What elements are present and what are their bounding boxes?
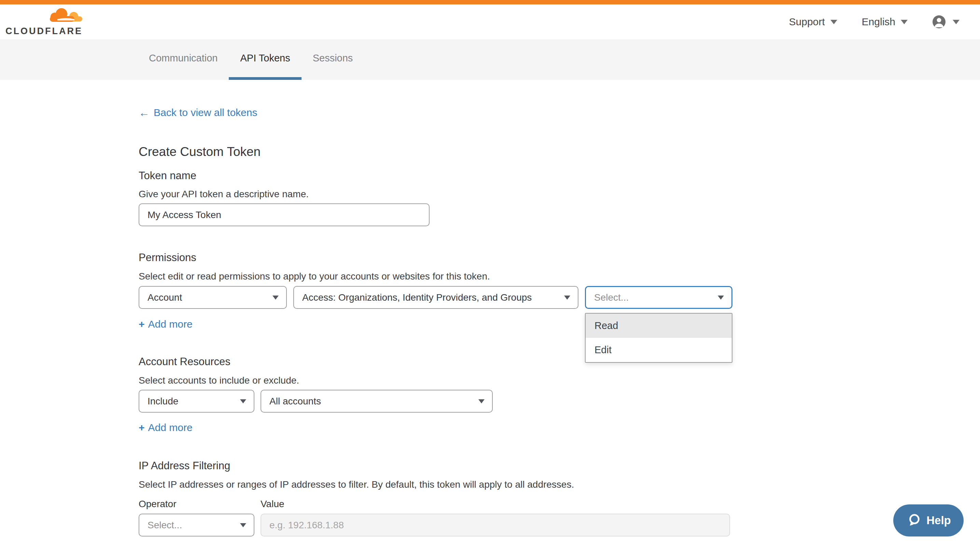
tab-bar: Communication API Tokens Sessions (0, 39, 980, 80)
permission-scope-value: Account (148, 292, 182, 303)
account-resources-add-more-link[interactable]: + Add more (138, 421, 192, 435)
account-mode-value: Include (148, 396, 178, 407)
support-label: Support (789, 16, 825, 28)
ip-filtering-heading: IP Address Filtering (138, 460, 980, 472)
caret-down-icon (718, 295, 724, 300)
accounts-dropdown[interactable]: All accounts (261, 390, 493, 412)
token-name-input[interactable] (138, 203, 430, 226)
caret-down-icon (564, 295, 570, 300)
account-resources-description: Select accounts to include or exclude. (138, 375, 980, 386)
caret-down-icon (830, 20, 837, 24)
tab-label: Sessions (313, 52, 353, 64)
permission-access-dropdown[interactable]: Select... (585, 286, 732, 309)
chat-bubble-icon (906, 512, 922, 528)
ip-filtering-labels: Operator Value (138, 498, 980, 510)
main-content: ← Back to view all tokens Create Custom … (0, 80, 980, 536)
tab-api-tokens[interactable]: API Tokens (229, 39, 301, 80)
token-name-description: Give your API token a descriptive name. (138, 189, 980, 200)
language-label: English (862, 16, 895, 28)
tab-label: Communication (149, 52, 218, 64)
header-right: Support English (789, 15, 959, 29)
ip-value-input[interactable] (261, 514, 730, 536)
caret-down-icon (240, 523, 246, 527)
menu-item-edit[interactable]: Edit (585, 338, 732, 362)
access-options-menu: Read Edit (585, 313, 732, 363)
back-to-tokens-link[interactable]: ← Back to view all tokens (138, 106, 257, 119)
caret-down-icon (953, 20, 959, 24)
cloudflare-wordmark: CLOUDFLARE (5, 26, 83, 36)
back-arrow-icon: ← (138, 106, 150, 119)
menu-item-read[interactable]: Read (585, 314, 732, 338)
operator-label: Operator (138, 498, 261, 510)
permission-resource-dropdown[interactable]: Access: Organizations, Identity Provider… (293, 286, 578, 309)
tab-communication[interactable]: Communication (138, 39, 229, 80)
help-button[interactable]: Help (893, 504, 964, 536)
permissions-add-more-link[interactable]: + Add more (138, 317, 192, 331)
language-menu[interactable]: English (862, 16, 908, 28)
add-more-label: Add more (148, 421, 192, 435)
top-accent-bar (0, 0, 980, 5)
caret-down-icon (901, 20, 908, 24)
permissions-description: Select edit or read permissions to apply… (138, 271, 980, 282)
ip-filtering-row: Select... (138, 514, 980, 536)
menu-item-label: Read (595, 320, 618, 331)
add-more-label: Add more (148, 317, 192, 331)
user-avatar-icon (932, 15, 946, 29)
page-title: Create Custom Token (138, 144, 980, 160)
cloudflare-logo[interactable]: CLOUDFLARE (10, 8, 83, 36)
cloudflare-cloud-icon (47, 8, 83, 25)
ip-operator-placeholder: Select... (148, 520, 182, 531)
account-menu[interactable] (932, 15, 959, 29)
token-name-heading: Token name (138, 170, 980, 182)
plus-icon: + (138, 317, 145, 331)
account-resources-heading: Account Resources (138, 355, 980, 368)
caret-down-icon (272, 295, 278, 300)
account-resources-row: Include All accounts (138, 390, 980, 412)
menu-item-label: Edit (595, 344, 612, 355)
caret-down-icon (478, 399, 485, 403)
accounts-value: All accounts (269, 396, 321, 407)
support-menu[interactable]: Support (789, 16, 837, 28)
account-mode-dropdown[interactable]: Include (138, 390, 255, 412)
help-button-label: Help (926, 514, 951, 527)
permissions-heading: Permissions (138, 252, 980, 264)
permission-resource-value: Access: Organizations, Identity Provider… (302, 292, 532, 303)
permissions-row: Account Access: Organizations, Identity … (138, 286, 980, 309)
value-label: Value (261, 498, 285, 510)
caret-down-icon (240, 399, 246, 403)
permission-scope-dropdown[interactable]: Account (138, 286, 287, 309)
permission-access-select-wrap: Select... Read Edit (585, 286, 732, 309)
back-link-label: Back to view all tokens (154, 106, 257, 119)
ip-filtering-description: Select IP addresses or ranges of IP addr… (138, 479, 980, 490)
ip-operator-dropdown[interactable]: Select... (138, 514, 255, 536)
tab-sessions[interactable]: Sessions (302, 39, 364, 80)
tab-label: API Tokens (240, 52, 290, 64)
permission-access-placeholder: Select... (594, 292, 628, 303)
plus-icon: + (138, 421, 145, 435)
header: CLOUDFLARE Support English (0, 5, 980, 39)
